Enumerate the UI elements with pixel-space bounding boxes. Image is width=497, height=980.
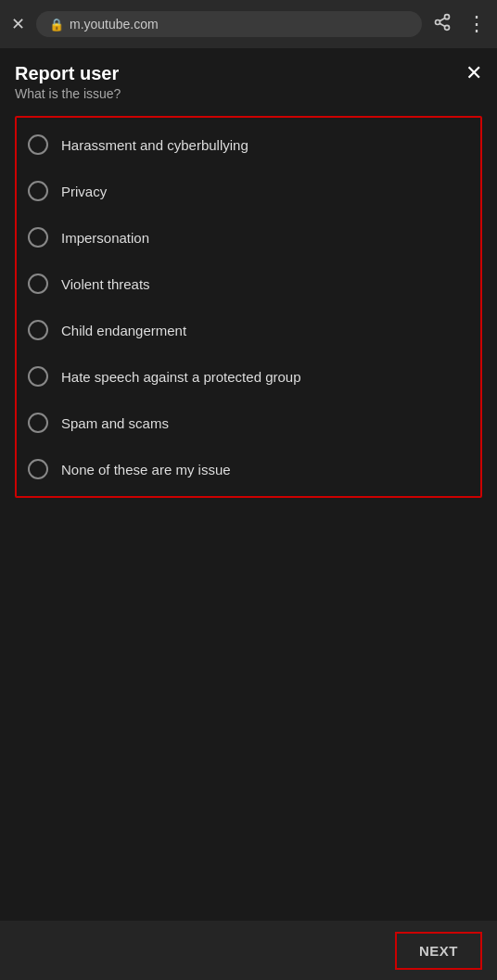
svg-point-1 [436, 19, 440, 24]
option-label-impersonation: Impersonation [61, 230, 149, 246]
svg-line-3 [440, 23, 445, 26]
svg-line-4 [440, 18, 445, 20]
radio-violent-threats [28, 274, 48, 294]
radio-harassment [28, 134, 48, 155]
option-item-harassment[interactable]: Harassment and cyberbullying [17, 121, 480, 168]
bottom-bar: NEXT [0, 921, 497, 980]
option-label-violent-threats: Violent threats [61, 276, 150, 292]
close-button[interactable]: ✕ [465, 63, 482, 83]
address-bar[interactable]: 🔒 m.youtube.com [36, 11, 422, 37]
report-header: Report user What is the issue? ✕ [15, 63, 482, 101]
browser-bar: ✕ 🔒 m.youtube.com ⋮ [0, 0, 497, 48]
option-label-hate-speech: Hate speech against a protected group [61, 369, 301, 385]
radio-none [28, 459, 48, 479]
option-label-child-endangerment: Child endangerment [61, 323, 186, 338]
options-list: Harassment and cyberbullyingPrivacyImper… [15, 116, 482, 498]
more-icon[interactable]: ⋮ [466, 12, 486, 36]
option-item-none[interactable]: None of these are my issue [17, 446, 480, 492]
option-label-none: None of these are my issue [61, 462, 231, 477]
report-title: Report user [15, 63, 482, 84]
option-item-hate-speech[interactable]: Hate speech against a protected group [17, 353, 480, 400]
radio-spam-scams [28, 413, 48, 433]
url-text: m.youtube.com [70, 17, 159, 32]
lock-icon: 🔒 [49, 18, 64, 32]
svg-point-2 [445, 25, 450, 30]
option-label-harassment: Harassment and cyberbullying [61, 137, 248, 153]
option-item-privacy[interactable]: Privacy [17, 168, 480, 214]
radio-child-endangerment [28, 320, 48, 340]
option-item-violent-threats[interactable]: Violent threats [17, 261, 480, 307]
radio-impersonation [28, 227, 48, 248]
option-label-privacy: Privacy [61, 184, 107, 199]
radio-hate-speech [28, 366, 48, 387]
option-item-child-endangerment[interactable]: Child endangerment [17, 307, 480, 353]
share-icon[interactable] [433, 13, 452, 36]
page-content: Report user What is the issue? ✕ Harassm… [0, 48, 497, 921]
radio-privacy [28, 181, 48, 201]
browser-actions: ⋮ [433, 12, 486, 36]
option-label-spam-scams: Spam and scams [61, 415, 169, 431]
option-item-impersonation[interactable]: Impersonation [17, 214, 480, 261]
browser-close-icon[interactable]: ✕ [11, 14, 25, 34]
svg-point-0 [445, 14, 450, 19]
next-button[interactable]: NEXT [395, 932, 482, 970]
option-item-spam-scams[interactable]: Spam and scams [17, 400, 480, 446]
report-subtitle: What is the issue? [15, 86, 482, 101]
